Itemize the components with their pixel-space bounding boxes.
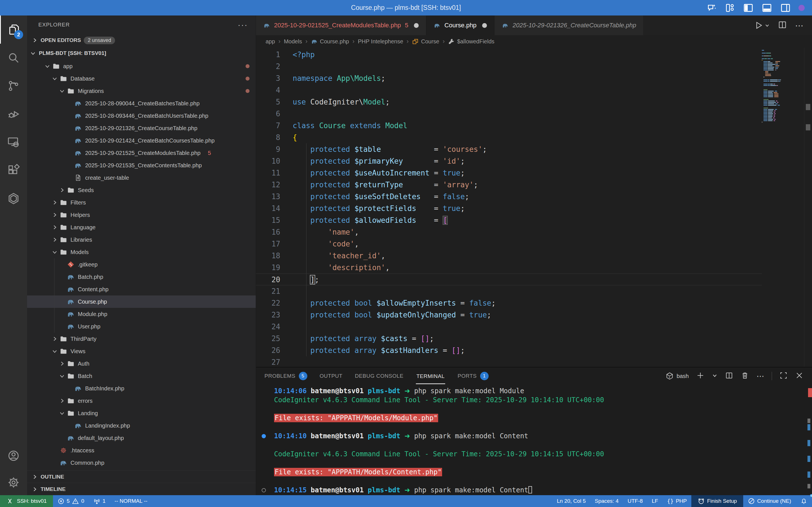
panel-tab-output[interactable]: OUTPUT bbox=[320, 367, 343, 385]
terminal-output[interactable]: 10:14:06 batmen@btsv01 plms-bdt ➜ php sp… bbox=[256, 385, 812, 495]
timeline-section[interactable]: TIMELINE bbox=[27, 483, 256, 495]
breadcrumb-models[interactable]: Models bbox=[284, 38, 302, 45]
tree-item-2025-10-29-021525-createmodulestable-php[interactable]: 2025-10-29-021525_CreateModulesTable.php… bbox=[27, 147, 256, 159]
unsaved-dot[interactable] bbox=[414, 23, 419, 28]
tree-item-database[interactable]: Database bbox=[27, 72, 256, 85]
open-editors-section[interactable]: OPEN EDITORS 2 unsaved bbox=[27, 34, 256, 47]
tree-item-batchindex-php[interactable]: BatchIndex.php bbox=[27, 382, 256, 395]
minimap[interactable] bbox=[762, 48, 804, 367]
code-line-1[interactable]: 1<?php bbox=[256, 49, 762, 61]
activity-source-control[interactable] bbox=[0, 72, 27, 100]
command-decoration-hollow[interactable] bbox=[262, 488, 266, 492]
code-line-19[interactable]: 19 'description', bbox=[256, 262, 762, 274]
code-line-8[interactable]: 8{ bbox=[256, 131, 762, 144]
panel-tab-debug-console[interactable]: DEBUG CONSOLE bbox=[355, 367, 403, 385]
panel-more-actions-icon[interactable]: ⋯ bbox=[756, 372, 764, 381]
code-line-23[interactable]: 23 protected bool $updateOnlyChanged = t… bbox=[256, 309, 762, 321]
copilot-chat-icon[interactable] bbox=[707, 3, 717, 13]
cursor-position[interactable]: Ln 20, Col 5 bbox=[552, 495, 590, 507]
tree-item-seeds[interactable]: Seeds bbox=[27, 184, 256, 196]
tree-item-module-php[interactable]: Module.php bbox=[27, 308, 256, 320]
code-line-2[interactable]: 2 bbox=[256, 61, 762, 72]
split-editor-icon[interactable] bbox=[777, 20, 787, 31]
code-line-16[interactable]: 16 'name', bbox=[256, 226, 762, 238]
run-file-button[interactable] bbox=[754, 20, 770, 30]
tree-item-filters[interactable]: Filters bbox=[27, 196, 256, 209]
panel-tab-ports[interactable]: PORTS1 bbox=[458, 367, 489, 385]
code-line-11[interactable]: 11 protected $useAutoIncrement = true; bbox=[256, 167, 762, 179]
panel-tab-terminal[interactable]: TERMINAL bbox=[416, 367, 445, 385]
tree-item-batch-php[interactable]: Batch.php bbox=[27, 271, 256, 283]
code-line-21[interactable]: 21 bbox=[256, 285, 762, 297]
activity-codeigniter-extension[interactable] bbox=[0, 184, 27, 213]
unsaved-dot[interactable] bbox=[482, 23, 487, 28]
code-line-6[interactable]: 6 bbox=[256, 108, 762, 120]
tree-item-2025-10-28-090044-createbatchestable-php[interactable]: 2025-10-28-090044_CreateBatchesTable.php bbox=[27, 97, 256, 110]
breadcrumb-course[interactable]: Course bbox=[412, 38, 439, 45]
tree-item-default-layout-php[interactable]: default_layout.php bbox=[27, 432, 256, 444]
code-line-10[interactable]: 10 protected $primaryKey = 'id'; bbox=[256, 155, 762, 167]
activity-settings-gear[interactable] bbox=[0, 470, 27, 495]
close-panel-icon[interactable] bbox=[795, 371, 804, 381]
tree-item-2025-10-29-021535-createcontentstable-php[interactable]: 2025-10-29-021535_CreateContentsTable.ph… bbox=[27, 159, 256, 172]
eol-setting[interactable]: LF bbox=[647, 495, 663, 507]
breadcrumb-php-intelephense[interactable]: PHP Intelephense bbox=[358, 38, 403, 45]
problems-status[interactable]: 5 0 bbox=[53, 495, 89, 507]
maximize-panel-icon[interactable] bbox=[779, 371, 788, 381]
tree-item-views[interactable]: Views bbox=[27, 345, 256, 357]
tree-item-landingindex-php[interactable]: LandingIndex.php bbox=[27, 419, 256, 432]
finish-setup-button[interactable]: Finish Setup bbox=[691, 495, 743, 507]
tree-item-landing[interactable]: Landing bbox=[27, 407, 256, 419]
continue-working-button[interactable]: Continue (NE) bbox=[743, 495, 796, 507]
activity-run-debug[interactable] bbox=[0, 100, 27, 128]
outline-section[interactable]: OUTLINE bbox=[27, 470, 256, 483]
split-terminal-icon[interactable] bbox=[725, 371, 733, 381]
tree-item-migrations[interactable]: Migrations bbox=[27, 85, 256, 97]
code-lines[interactable]: 1<?php23namespace App\Models;45use CodeI… bbox=[256, 48, 762, 367]
tree-item-content-php[interactable]: Content.php bbox=[27, 283, 256, 295]
activity-accounts[interactable] bbox=[0, 442, 27, 470]
code-line-3[interactable]: 3namespace App\Models; bbox=[256, 72, 762, 84]
code-line-13[interactable]: 13 protected $useSoftDeletes = false; bbox=[256, 191, 762, 203]
new-terminal-icon[interactable] bbox=[696, 371, 705, 381]
tree-item-libraries[interactable]: Libraries bbox=[27, 233, 256, 246]
terminal-shell-chip[interactable]: $ bash bbox=[665, 372, 689, 380]
breadcrumb-app[interactable]: app bbox=[266, 38, 275, 45]
tree-item-auth[interactable]: Auth bbox=[27, 357, 256, 370]
tree-item-user-php[interactable]: User.php bbox=[27, 320, 256, 333]
tree-item-course-php[interactable]: Course.php bbox=[27, 295, 256, 308]
toggle-sidebar-icon[interactable] bbox=[743, 2, 754, 13]
workspace-root[interactable]: PLMS-BDT [SSH: BTSV01] bbox=[27, 47, 256, 60]
tree-item-2025-10-28-093446-createbatchuserstable-php[interactable]: 2025-10-28-093446_CreateBatchUsersTable.… bbox=[27, 110, 256, 122]
breadcrumb-course-php[interactable]: Course.php bbox=[311, 38, 349, 45]
code-line-18[interactable]: 18 'teacher_id', bbox=[256, 250, 762, 262]
editor-tab-2025-10-29-021326-createcoursetable-php[interactable]: 2025-10-29-021326_CreateCourseTable.php bbox=[495, 15, 644, 35]
breadcrumb--allowedfields[interactable]: $allowedFields bbox=[448, 38, 494, 45]
remote-indicator[interactable]: SSH: btsv01 bbox=[0, 495, 53, 507]
tree-item-common-php[interactable]: Common.php bbox=[27, 457, 256, 469]
code-line-17[interactable]: 17 'code', bbox=[256, 238, 762, 250]
toggle-secondary-sidebar-icon[interactable] bbox=[780, 2, 791, 13]
editor-tab-2025-10-29-021525-createmodulestable-php[interactable]: 2025-10-29-021525_CreateModulesTable.php… bbox=[256, 15, 426, 35]
code-line-20[interactable]: 20 ]; bbox=[256, 274, 762, 285]
code-line-15[interactable]: 15 protected $allowedFields = [ bbox=[256, 214, 762, 226]
indentation-setting[interactable]: Spaces: 4 bbox=[591, 495, 623, 507]
editor-more-actions-icon[interactable]: ⋯ bbox=[795, 20, 804, 31]
language-mode[interactable]: {} PHP bbox=[663, 495, 691, 507]
code-line-25[interactable]: 25 protected array $casts = []; bbox=[256, 333, 762, 344]
tree-item-app[interactable]: app bbox=[27, 60, 256, 72]
activity-explorer[interactable]: 2 bbox=[0, 15, 27, 44]
tree-item-thirdparty[interactable]: ThirdParty bbox=[27, 333, 256, 345]
customize-layout-icon[interactable] bbox=[725, 3, 735, 13]
terminal-dropdown-icon[interactable] bbox=[712, 373, 718, 379]
explorer-more-actions-icon[interactable]: ··· bbox=[238, 20, 248, 30]
vim-mode-indicator[interactable]: -- NORMAL -- bbox=[110, 495, 152, 507]
code-line-12[interactable]: 12 protected $returnType = 'array'; bbox=[256, 179, 762, 191]
tree-item-batch[interactable]: Batch bbox=[27, 370, 256, 382]
activity-extensions[interactable] bbox=[0, 156, 27, 184]
toggle-panel-icon[interactable] bbox=[761, 2, 772, 13]
code-line-14[interactable]: 14 protected $protectFields = true; bbox=[256, 203, 762, 214]
notifications-bell[interactable] bbox=[796, 495, 812, 507]
tree-item-language[interactable]: Language bbox=[27, 221, 256, 233]
tree-item-errors[interactable]: errors bbox=[27, 395, 256, 407]
